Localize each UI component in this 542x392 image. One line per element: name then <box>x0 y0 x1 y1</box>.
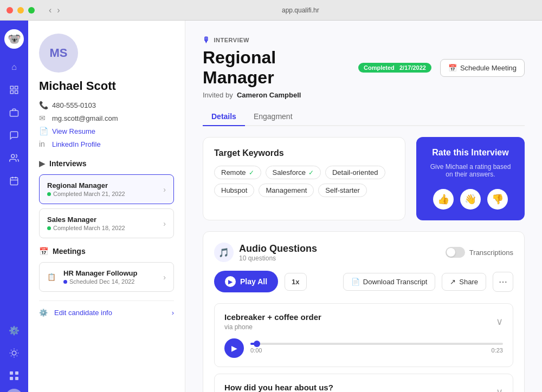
tab-details[interactable]: Details <box>203 108 245 126</box>
keyword-remote: Remote ✓ <box>214 166 261 179</box>
forward-button[interactable]: › <box>56 5 61 15</box>
svg-point-10 <box>12 351 16 355</box>
interview-label: 🎙 INTERVIEW <box>203 36 525 44</box>
svg-line-14 <box>17 356 17 356</box>
app-container: 🐨 ⌂ ⚙️ MS MS Michae <box>0 21 542 392</box>
meeting-0-date: Scheduled Dec 14, 2022 <box>63 278 138 285</box>
back-button[interactable]: ‹ <box>48 5 53 15</box>
interview-1-status-dot <box>47 226 51 230</box>
audio-count: 10 questions <box>239 254 317 262</box>
svg-line-13 <box>11 350 11 350</box>
linkedin-link[interactable]: LinkedIn Profile <box>52 140 101 148</box>
transcriptions-toggle[interactable]: Transcriptions <box>446 247 513 258</box>
share-label: Share <box>459 278 478 286</box>
interviews-section-header: ▶ Interviews <box>39 159 174 168</box>
question-1-header[interactable]: How did you hear about us? via web ∨ <box>224 383 503 392</box>
time-start-0: 0:00 <box>250 347 262 354</box>
sidebar-icon-briefcase[interactable] <box>4 103 24 122</box>
keywords-card: Target Keywords Remote ✓ Salesforce ✓ De… <box>203 137 405 220</box>
url-bar[interactable]: app.qualifi.hr <box>66 6 535 14</box>
sidebar-bottom-icons: ⚙️ MS <box>4 321 24 392</box>
play-all-button[interactable]: ▶ Play All <box>214 271 278 292</box>
interview-card-0[interactable]: Regional Manager Completed March 21, 202… <box>39 174 174 204</box>
player-times-0: 0:00 0:23 <box>250 347 503 354</box>
download-label: Download Transcript <box>363 278 428 286</box>
sidebar-icon-chat[interactable] <box>4 126 24 145</box>
resume-link[interactable]: View Resume <box>52 127 95 135</box>
progress-bar-0[interactable] <box>250 343 503 345</box>
candidate-avatar: MS <box>39 34 78 73</box>
play-all-label: Play All <box>240 277 267 286</box>
interview-card-0-date: Completed March 21, 2022 <box>47 191 125 197</box>
share-icon: ↗ <box>450 278 456 286</box>
svg-rect-0 <box>10 86 13 89</box>
sidebar-icon-calendar[interactable] <box>4 171 24 191</box>
meeting-icon: 📋 <box>47 273 56 281</box>
svg-rect-1 <box>15 86 18 89</box>
question-0-via: via phone <box>224 323 321 331</box>
resume-row[interactable]: 📄 View Resume <box>39 127 174 135</box>
download-icon: 📄 <box>351 278 360 286</box>
rate-card: Rate this Interview Give Michael a ratin… <box>416 137 525 220</box>
interview-label-text: INTERVIEW <box>214 37 249 43</box>
close-button[interactable] <box>7 7 13 14</box>
interviews-title: Interviews <box>49 159 86 168</box>
schedule-meeting-button[interactable]: 📅 Schedule Meeting <box>440 59 525 77</box>
icon-sidebar: 🐨 ⌂ ⚙️ MS <box>0 21 28 392</box>
time-end-0: 0:23 <box>492 347 503 354</box>
sidebar-icon-apps[interactable] <box>4 366 24 386</box>
keyword-detail-oriented: Detail-oriented <box>325 166 385 179</box>
logo: 🐨 <box>4 29 24 49</box>
invited-by: Invited by Cameron Campbell <box>203 91 525 99</box>
meeting-card-0[interactable]: 📋 HR Manager Followup Scheduled Dec 14, … <box>39 262 174 292</box>
rate-title: Rate this Interview <box>432 148 508 158</box>
svg-point-5 <box>11 154 15 158</box>
thumbs-neutral-button[interactable]: 👋 <box>460 189 481 210</box>
linkedin-row[interactable]: in LinkedIn Profile <box>39 140 174 148</box>
user-avatar[interactable]: MS <box>5 389 23 392</box>
sidebar-icon-people[interactable] <box>4 148 24 168</box>
sidebar-icon-bulb[interactable] <box>4 343 24 363</box>
question-item-0: Icebreaker + coffee order via phone ∨ ▶ … <box>214 303 513 367</box>
sidebar-icon-home[interactable]: ⌂ <box>4 57 24 77</box>
meeting-0-title: HR Manager Followup <box>63 269 138 277</box>
rate-buttons: 👍 👋 👎 <box>433 189 508 210</box>
meeting-0-status-dot <box>63 280 67 284</box>
toggle-switch[interactable] <box>446 247 465 258</box>
window-chrome: ‹ › app.qualifi.hr <box>0 0 542 21</box>
question-item-1: How did you hear about us? via web ∨ <box>214 374 513 392</box>
audio-section: 🎵 Audio Questions 10 questions Transcrip… <box>203 231 525 392</box>
interviews-icon: ▶ <box>39 159 45 168</box>
tab-engagement[interactable]: Engagment <box>245 108 301 126</box>
question-0-header[interactable]: Icebreaker + coffee order via phone ∨ <box>224 312 503 331</box>
svg-rect-20 <box>15 371 18 375</box>
thumbs-up-button[interactable]: 👍 <box>433 189 454 210</box>
completed-badge: Completed 2/17/2022 <box>358 63 431 73</box>
keyword-salesforce: Salesforce ✓ <box>266 166 321 179</box>
question-1-title: How did you hear about us? <box>224 383 333 392</box>
meetings-title: Meetings <box>53 247 86 256</box>
fullscreen-button[interactable] <box>28 7 35 14</box>
keywords-title: Target Keywords <box>214 148 394 158</box>
thumbs-down-button[interactable]: 👎 <box>487 189 508 210</box>
left-panel: MS Michael Scott 📞 480-555-0103 ✉ mg.sco… <box>28 21 185 392</box>
download-transcript-button[interactable]: 📄 Download Transcript <box>343 273 436 291</box>
interview-0-chevron: › <box>163 185 166 194</box>
keyword-self-starter: Self-starter <box>318 184 367 197</box>
content-row: Target Keywords Remote ✓ Salesforce ✓ De… <box>203 137 525 220</box>
share-button[interactable]: ↗ Share <box>442 273 486 291</box>
svg-rect-22 <box>15 377 18 380</box>
player-play-button-0[interactable]: ▶ <box>224 338 244 358</box>
invited-name: Cameron Campbell <box>237 91 301 99</box>
edit-candidate-btn[interactable]: ⚙️ Edit candidate info › <box>39 300 174 317</box>
meetings-icon: 📅 <box>39 247 48 256</box>
sidebar-icon-gear[interactable]: ⚙️ <box>4 321 24 340</box>
interview-0-status-dot <box>47 192 51 196</box>
interview-card-1[interactable]: Sales Manager Completed March 18, 2022 › <box>39 208 174 238</box>
progress-dot-0 <box>254 341 260 347</box>
sidebar-icon-chart[interactable] <box>4 80 24 100</box>
speed-button[interactable]: 1x <box>285 273 306 291</box>
question-1-chevron: ∨ <box>496 386 503 392</box>
more-button[interactable]: ⋯ <box>493 272 513 292</box>
minimize-button[interactable] <box>17 7 24 14</box>
